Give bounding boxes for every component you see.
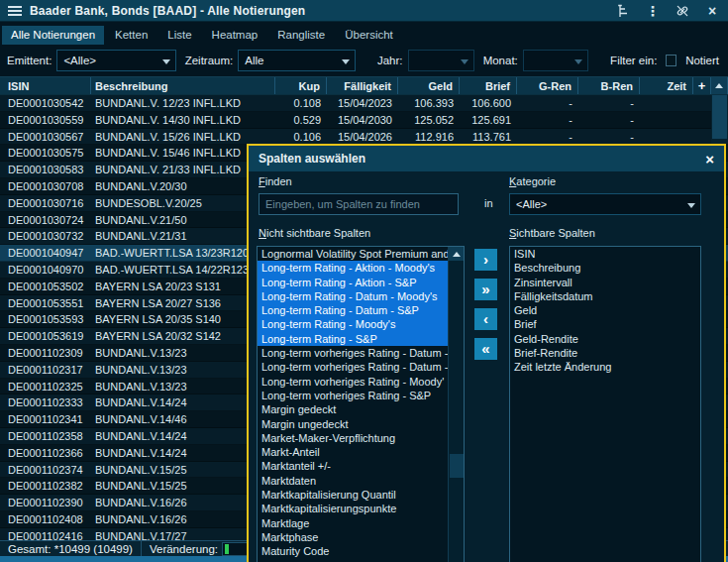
column-header[interactable]: Fälligkeit: [327, 77, 398, 94]
zeitraum-value: Alle: [245, 55, 263, 66]
column-option[interactable]: Long-term Rating - S&P: [258, 332, 448, 346]
move-right-button[interactable]: ›: [474, 249, 497, 271]
cell-faelligkeit: 15/04/2026: [327, 129, 398, 145]
column-header[interactable]: Kup: [275, 77, 327, 94]
emittent-select[interactable]: <Alle>: [56, 50, 175, 71]
column-option[interactable]: Zinsintervall: [510, 276, 700, 289]
table-scrollbar[interactable]: [711, 95, 728, 144]
tab-liste[interactable]: Liste: [158, 26, 200, 45]
column-option[interactable]: Marktanteil +/-: [258, 459, 448, 473]
menu-icon[interactable]: [8, 6, 22, 16]
cell-brief: 113.761: [460, 129, 517, 145]
tab-rangliste[interactable]: Rangliste: [268, 26, 334, 45]
close-icon[interactable]: ×: [704, 3, 720, 19]
scroll-up-icon[interactable]: [449, 247, 464, 261]
more-options-icon[interactable]: ⋮: [645, 3, 661, 19]
jahr-select[interactable]: [408, 50, 474, 71]
column-option[interactable]: Geld: [510, 303, 700, 317]
notiert-checkbox[interactable]: [666, 55, 676, 66]
column-option[interactable]: Marktphase: [258, 530, 448, 544]
hidden-columns-label: Nicht sichtbare Spalten: [259, 227, 370, 239]
hierarchy-icon[interactable]: [615, 3, 631, 19]
chevron-down-icon: [162, 59, 170, 64]
tab-heatmap[interactable]: Heatmap: [203, 26, 267, 45]
column-option[interactable]: Long-term vorheriges Rating - Datum -: [258, 346, 448, 360]
category-value: <Alle>: [516, 198, 547, 210]
column-header[interactable]: Brief: [460, 77, 517, 94]
column-option[interactable]: Long-term Rating - Datum - Moody's: [258, 289, 448, 303]
dialog-close-icon[interactable]: ×: [705, 152, 714, 167]
column-option[interactable]: Brief-Rendite: [510, 346, 700, 360]
column-option[interactable]: Geld-Rendite: [510, 332, 700, 346]
cell-isin: DE0001030724: [0, 212, 91, 228]
cell-zeit: [640, 129, 693, 145]
cell-isin: DE0001102309: [0, 345, 91, 361]
add-column-button[interactable]: +: [693, 77, 711, 94]
column-option[interactable]: MIC: [258, 559, 448, 562]
hidden-columns-list[interactable]: Lognormal Volatility Spot Premium andLon…: [257, 246, 465, 562]
column-option[interactable]: Lognormal Volatility Spot Premium and: [258, 247, 448, 261]
column-header[interactable]: B-Ren: [578, 77, 640, 94]
column-option[interactable]: Long-term vorheriges Rating - Datum -: [258, 360, 448, 374]
tab-ketten[interactable]: Ketten: [106, 26, 156, 45]
column-option[interactable]: Market-Maker-Verpflichtung: [258, 431, 448, 445]
table-row[interactable]: DE0001030567 BUNDANL.V. 15/26 INFL.LKD 0…: [0, 129, 728, 146]
move-all-left-button[interactable]: «: [474, 338, 497, 360]
cell-isin: DE0001030542: [0, 95, 91, 111]
move-left-button[interactable]: ‹: [474, 308, 497, 330]
column-option[interactable]: Marktdaten: [258, 474, 448, 488]
column-header[interactable]: Geld: [398, 77, 460, 94]
table-header: ISINBeschreibungKupFälligkeitGeldBriefG-…: [0, 76, 728, 95]
column-option[interactable]: Long-term Rating - Datum - S&P: [258, 303, 448, 317]
column-option[interactable]: Long-term Rating - Moody's: [258, 317, 448, 331]
column-header[interactable]: Beschreibung: [91, 77, 275, 94]
column-option[interactable]: Margin ungedeckt: [258, 417, 448, 431]
column-option[interactable]: Fälligkeitsdatum: [510, 289, 700, 303]
scrollbar-thumb[interactable]: [712, 95, 727, 139]
zeitraum-select[interactable]: Alle: [238, 50, 355, 71]
column-option[interactable]: Brief: [510, 317, 700, 331]
category-select[interactable]: <Alle>: [509, 193, 701, 215]
cell-kup: 0.529: [275, 112, 327, 128]
cell-isin: DE0001102408: [0, 511, 91, 527]
cell-isin: DE0001053502: [0, 279, 91, 294]
chevron-down-icon: [342, 59, 350, 64]
visible-columns-list[interactable]: ISINBeschreibungZinsintervallFälligkeits…: [509, 246, 701, 562]
column-option[interactable]: ISIN: [510, 247, 700, 261]
column-option[interactable]: Maturity Code: [258, 544, 448, 558]
column-option[interactable]: Long-term Rating - Aktion - S&P: [258, 276, 448, 289]
list-scrollbar[interactable]: [448, 247, 464, 562]
chevron-down-icon: [574, 59, 582, 64]
column-header[interactable]: Zeit: [640, 77, 693, 94]
move-all-right-button[interactable]: »: [474, 279, 497, 300]
monat-select[interactable]: [523, 50, 588, 71]
chevron-down-icon: [461, 59, 468, 64]
column-option[interactable]: Long-term vorheriges Rating - S&P: [258, 389, 448, 402]
column-option[interactable]: Beschreibung: [510, 261, 700, 275]
transfer-buttons: › » ‹ «: [474, 249, 497, 360]
tab-alle-notierungen[interactable]: Alle Notierungen: [2, 26, 104, 45]
cell-isin: DE0001030716: [0, 195, 91, 211]
unlink-icon[interactable]: [675, 3, 690, 19]
cell-g-ren: -: [517, 112, 578, 128]
column-option[interactable]: Long-term Rating - Aktion - Moody's: [258, 261, 448, 275]
scrollbar-thumb[interactable]: [450, 454, 464, 478]
column-header[interactable]: ISIN: [0, 77, 91, 94]
column-option[interactable]: Marktkapitalisierung Quantil: [258, 488, 448, 502]
emittent-value: <Alle>: [63, 55, 96, 66]
column-option[interactable]: Markt-Anteil: [258, 445, 448, 459]
column-option[interactable]: Long-term vorheriges Rating - Moody': [258, 375, 448, 389]
tab--bersicht[interactable]: Übersicht: [336, 26, 402, 45]
cell-isin: DE0001040970: [0, 262, 91, 278]
column-header[interactable]: G-Ren: [517, 77, 578, 94]
column-option[interactable]: Zeit letzte Änderung: [510, 360, 700, 374]
column-option[interactable]: Margin gedeckt: [258, 402, 448, 416]
column-option[interactable]: Marktlage: [258, 516, 448, 530]
cell-zeit: [640, 95, 693, 111]
find-columns-input[interactable]: [259, 193, 459, 215]
table-row[interactable]: DE0001030542 BUNDANL.V. 12/23 INFL.LKD 0…: [0, 95, 728, 112]
cell-isin: DE0001030583: [0, 162, 91, 177]
column-option[interactable]: Marktkapitalisierungspunkte: [258, 502, 448, 515]
table-row[interactable]: DE0001030559 BUNDANL.V. 14/30 INFL.LKD 0…: [0, 112, 728, 129]
scroll-up-icon[interactable]: [711, 77, 728, 94]
